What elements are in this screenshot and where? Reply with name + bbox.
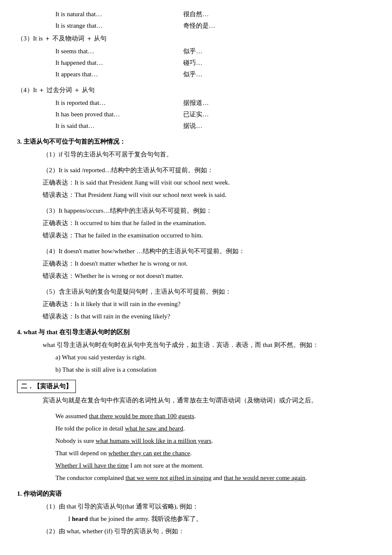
item4-title: （4）It ＋ 过去分词 ＋ 从句: [17, 84, 375, 96]
strange-chinese: 奇怪的是…: [183, 20, 375, 32]
section2-header: 二．【宾语从句】: [17, 380, 76, 393]
rule3-item4-title: （4）It doesn't matter how/whether …结构中的主语…: [43, 246, 375, 257]
seems-english: It seems that…: [55, 46, 183, 57]
row-said: It is said that… 据说…: [55, 120, 375, 132]
reported-english: It is reported that…: [55, 97, 183, 109]
sec2-ex5-underline: Whether I will have the time: [55, 462, 129, 469]
rule3-item4-examples: 正确表达：It doesn't matter whether he is wro…: [43, 258, 375, 282]
said-english: It is said that…: [55, 120, 183, 132]
sec2-ex4: That will depend on whether they can get…: [55, 448, 375, 459]
sec2-ex6-underline2: that he would never come again: [224, 474, 305, 481]
row-happened: It happened that… 碰巧…: [55, 57, 375, 69]
rule4-example-a: a) What you said yesterday is right.: [55, 352, 375, 363]
row-natural: It is natural that… 很自然…: [55, 9, 375, 20]
sec2-ex2-underline: what he saw and heard: [125, 425, 183, 432]
rule2-1-title: 1. 作动词的宾语: [17, 488, 375, 500]
section2-header-line: 二．【宾语从句】: [17, 380, 375, 393]
rule3-item3-title: （3）It happens/occurs…结构中的主语从句不可提前。例如：: [43, 205, 375, 217]
item3-title: （3）It is ＋ 不及物动词 ＋ 从句: [17, 33, 375, 44]
row-seems: It seems that… 似乎…: [55, 46, 375, 57]
proved-chinese: 已证实…: [183, 109, 375, 120]
rule3-item4-wrong: 错误表达：Whether he is wrong or not doesn't …: [43, 270, 375, 282]
page: It is natural that… 很自然… It is strange t…: [17, 9, 375, 537]
sec2-ex3-underline: what humans will look like in a million …: [96, 437, 212, 444]
reported-chinese: 据报道…: [183, 97, 375, 109]
sec2-ex6: The conductor complained that we were no…: [55, 472, 375, 484]
natural-english: It is natural that…: [55, 9, 183, 20]
sec2-ex3: Nobody is sure what humans will look lik…: [55, 435, 375, 447]
proved-english: It has been proved that…: [55, 109, 183, 120]
rule3-item5-wrong: 错误表达：Is that will rain in the evening li…: [43, 311, 375, 322]
rule3-item5-title: （5）含主语从句的复合句是疑问句时，主语从句不可提前。例如：: [43, 286, 375, 298]
said-chinese: 据说…: [183, 120, 375, 132]
happened-chinese: 碰巧…: [183, 57, 375, 69]
rule4-example-b: b) That she is still alive is a consolat…: [55, 364, 375, 376]
seems-chinese: 似乎…: [183, 46, 375, 57]
rule3-item3-wrong: 错误表达：That he failed in the examination o…: [43, 230, 375, 241]
rule2-1-sub1-title: （1）由 that 引导的宾语从句(that 通常可以省略), 例如：: [43, 501, 375, 512]
heard-bold: heard: [72, 515, 88, 522]
rule3-item5-examples: 正确表达：Is it likely that it will rain in t…: [43, 298, 375, 322]
rule3-item1: （1）if 引导的主语从句不可居于复合句句首。: [43, 149, 375, 160]
appears-english: It appears that…: [55, 69, 183, 80]
rule3-title: 3. 主语从句不可位于句首的五种情况：: [17, 136, 375, 147]
rule3-item5-correct: 正确表达：Is it likely that it will rain in t…: [43, 298, 375, 310]
rule3-item3-examples: 正确表达：It occurred to him that he failed i…: [43, 217, 375, 241]
rule4-desc: what 引导主语从句时在句时在从句中充当句子成分，如主语．宾语．表语，而 th…: [43, 339, 375, 351]
natural-chinese: 很自然…: [183, 9, 375, 20]
happened-english: It happened that…: [55, 57, 183, 69]
sec2-ex6-underline1: that we were not gifted in singing: [126, 474, 212, 481]
sec2-ex1-underline: that there would be more than 100 guests: [89, 413, 194, 419]
section2-desc: 宾语从句就是在复合句中作宾语的名词性从句，通常放在主句谓语动词（及物动词）或介词…: [43, 395, 375, 406]
rule3-item2-correct: 正确表达：It is said that President Jiang wil…: [43, 177, 375, 188]
appears-chinese: 似乎…: [183, 69, 375, 80]
rule2-1-sub2-title: （2）由 what, whether (if) 引导的宾语从句，例如：: [43, 526, 375, 537]
rule3-item2-examples: 正确表达：It is said that President Jiang wil…: [43, 177, 375, 201]
rule3-item2-title: （2）It is said /reported…结构中的主语从句不可提前。例如：: [43, 165, 375, 176]
rule2-1-sub1-example: I heard that be joined the army. 我听说他参军了…: [68, 513, 375, 525]
rule3-item2-wrong: 错误表达：That President Jiang will visit our…: [43, 189, 375, 201]
rule3-item3-correct: 正确表达：It occurred to him that he failed i…: [43, 217, 375, 229]
sec2-ex4-underline: whether they can get the chance: [108, 450, 190, 457]
rule3-item4-correct: 正确表达：It doesn't matter whether he is wro…: [43, 258, 375, 269]
sec2-ex2: He told the police in detail what he saw…: [55, 423, 375, 434]
rule4-title: 4. what 与 that 在引导主语从句时的区别: [17, 327, 375, 338]
strange-english: It is strange that…: [55, 20, 183, 32]
row-reported: It is reported that… 据报道…: [55, 97, 375, 109]
row-proved: It has been proved that… 已证实…: [55, 109, 375, 120]
sec2-ex1: We assumed that there would be more than…: [55, 410, 375, 422]
sec2-ex5: Whether I will have the time I am not su…: [55, 460, 375, 471]
row-strange: It is strange that… 奇怪的是…: [55, 20, 375, 32]
row-appears: It appears that… 似乎…: [55, 69, 375, 80]
